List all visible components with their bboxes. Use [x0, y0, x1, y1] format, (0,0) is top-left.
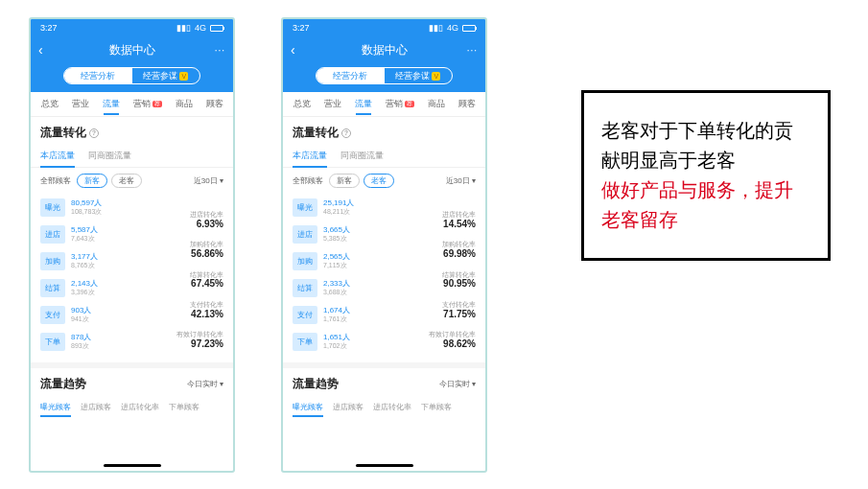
rate-block: 加购转化率69.98%	[416, 241, 476, 259]
network-label: 4G	[195, 23, 206, 33]
trend-title: 流量趋势	[40, 376, 86, 392]
home-indicator	[104, 464, 161, 467]
chevron-down-icon: ▾	[472, 176, 476, 185]
segment-control: 经营分析 经营参谋 V	[283, 63, 485, 92]
filter-row: 全部顾客 新客 老客 近30日 ▾	[283, 168, 485, 194]
trend-tab-convert[interactable]: 进店转化率	[373, 398, 411, 416]
phone-screen-new: 3:27 ▮▮▯ 4G ‹ 数据中心 ··· 经营分析 经营参谋 V 总览 营业…	[29, 17, 235, 473]
status-bar: 3:27 ▮▮▯ 4G	[31, 19, 233, 36]
annotation-line1: 老客对于下单转化的贡献明显高于老客	[601, 116, 810, 175]
trend-tab-order[interactable]: 下单顾客	[169, 398, 199, 416]
chip-new[interactable]: 新客	[329, 174, 360, 188]
date-selector[interactable]: 近30日 ▾	[194, 175, 223, 186]
date-selector[interactable]: 近30日 ▾	[446, 175, 476, 186]
seg-analysis[interactable]: 经营分析	[64, 68, 132, 83]
rate-block: 进店转化率14.54%	[416, 211, 476, 229]
funnel-row: 进店 3,665人5,385次	[293, 221, 412, 247]
tab-overview[interactable]: 总览	[35, 98, 65, 110]
rate-block: 有效订单转化率97.23%	[164, 331, 223, 349]
rate-block: 加购转化率56.86%	[164, 241, 223, 259]
trend-tabs: 曝光顾客 进店顾客 进店转化率 下单顾客	[283, 396, 485, 416]
recommend-badge: 荐	[405, 101, 414, 107]
help-icon[interactable]: ?	[89, 128, 99, 138]
trend-tab-enter[interactable]: 进店顾客	[333, 398, 364, 416]
funnel-chart: 曝光 25,191人48,211次 进店 3,665人5,385次 加购 2,5…	[283, 194, 485, 368]
sub-tabs: 本店流量 同商圈流量	[283, 145, 485, 168]
page-title: 数据中心	[109, 42, 155, 58]
chip-new[interactable]: 新客	[77, 174, 107, 188]
tab-service[interactable]: 服	[230, 98, 233, 110]
network-label: 4G	[447, 23, 458, 33]
trend-header: 流量趋势 今日实时 ▾	[283, 368, 485, 396]
trend-title: 流量趋势	[293, 376, 339, 392]
vip-badge: V	[179, 72, 188, 81]
segment-control: 经营分析 经营参谋 V	[31, 63, 233, 92]
filter-all-label: 全部顾客	[40, 175, 71, 186]
seg-analysis[interactable]: 经营分析	[317, 68, 385, 83]
filter-row: 全部顾客 新客 老客 近30日 ▾	[31, 168, 233, 194]
trend-header: 流量趋势 今日实时 ▾	[31, 368, 233, 396]
trend-tab-order[interactable]: 下单顾客	[421, 398, 452, 416]
tab-service[interactable]: 服	[482, 98, 485, 110]
page-title: 数据中心	[362, 42, 408, 58]
subtab-area[interactable]: 同商圈流量	[88, 145, 131, 167]
tab-customer[interactable]: 顾客	[199, 98, 230, 110]
trend-tabs: 曝光顾客 进店顾客 进店转化率 下单顾客	[31, 396, 233, 416]
nav-bar: ‹ 数据中心 ···	[283, 36, 485, 63]
more-icon[interactable]: ···	[467, 45, 478, 56]
rate-block: 结算转化率67.45%	[164, 271, 223, 290]
funnel-row: 支付 1,674人1,761次	[293, 301, 412, 328]
chip-old[interactable]: 老客	[111, 174, 142, 188]
tab-goods[interactable]: 商品	[421, 98, 452, 110]
funnel-row: 支付 903人941次	[40, 301, 160, 328]
tab-overview[interactable]: 总览	[287, 98, 317, 110]
rate-block: 进店转化率6.93%	[164, 211, 223, 229]
tab-customer[interactable]: 顾客	[452, 98, 482, 110]
chevron-down-icon: ▾	[220, 380, 223, 388]
subtab-shop[interactable]: 本店流量	[293, 145, 327, 167]
trend-date-selector[interactable]: 今日实时 ▾	[187, 379, 223, 389]
chip-old[interactable]: 老客	[364, 174, 394, 188]
trend-tab-exposure[interactable]: 曝光顾客	[40, 398, 71, 416]
tab-marketing[interactable]: 营销 荐	[379, 98, 421, 110]
more-icon[interactable]: ···	[215, 45, 225, 56]
trend-tab-convert[interactable]: 进店转化率	[121, 398, 159, 416]
status-bar: 3:27 ▮▮▯ 4G	[283, 19, 485, 36]
sub-tabs: 本店流量 同商圈流量	[31, 145, 233, 168]
back-icon[interactable]: ‹	[291, 42, 295, 58]
tab-traffic[interactable]: 流量	[96, 98, 127, 110]
seg-advisor[interactable]: 经营参谋 V	[385, 68, 453, 83]
funnel-row: 下单 1,651人1,702次	[293, 328, 412, 355]
home-indicator	[356, 464, 413, 467]
rate-block: 支付转化率42.13%	[164, 301, 223, 319]
help-icon[interactable]: ?	[341, 128, 351, 138]
tab-business[interactable]: 营业	[65, 98, 96, 110]
funnel-row: 进店 5,587人7,643次	[40, 221, 160, 247]
tab-goods[interactable]: 商品	[169, 98, 199, 110]
phone-screen-old: 3:27 ▮▮▯ 4G ‹ 数据中心 ··· 经营分析 经营参谋 V 总览 营业…	[281, 17, 487, 473]
seg-advisor[interactable]: 经营参谋 V	[132, 68, 200, 83]
funnel-row: 曝光 80,597人108,783次	[40, 194, 160, 221]
trend-tab-enter[interactable]: 进店顾客	[81, 398, 111, 416]
section-title: 流量转化 ?	[31, 117, 233, 145]
nav-bar: ‹ 数据中心 ···	[31, 36, 233, 63]
funnel-stage-label: 曝光	[40, 198, 65, 217]
battery-icon	[210, 25, 223, 32]
funnel-row: 下单 878人893次	[40, 328, 160, 355]
tab-business[interactable]: 营业	[317, 98, 348, 110]
tab-marketing[interactable]: 营销 荐	[127, 98, 169, 110]
status-time: 3:27	[40, 23, 58, 33]
back-icon[interactable]: ‹	[38, 42, 43, 58]
funnel-row: 曝光 25,191人48,211次	[293, 194, 412, 221]
subtab-area[interactable]: 同商圈流量	[340, 145, 384, 167]
trend-date-selector[interactable]: 今日实时 ▾	[439, 379, 476, 389]
battery-icon	[462, 25, 476, 32]
trend-tab-exposure[interactable]: 曝光顾客	[293, 398, 323, 416]
vip-badge: V	[432, 72, 440, 81]
tab-traffic[interactable]: 流量	[348, 98, 379, 110]
subtab-shop[interactable]: 本店流量	[40, 145, 75, 167]
annotation-line2: 做好产品与服务，提升老客留存	[601, 175, 810, 235]
category-tabs: 总览 营业 流量 营销 荐 商品 顾客 服	[283, 92, 485, 117]
funnel-row: 加购 2,565人7,115次	[293, 247, 412, 274]
signal-icon: ▮▮▯	[176, 23, 191, 33]
